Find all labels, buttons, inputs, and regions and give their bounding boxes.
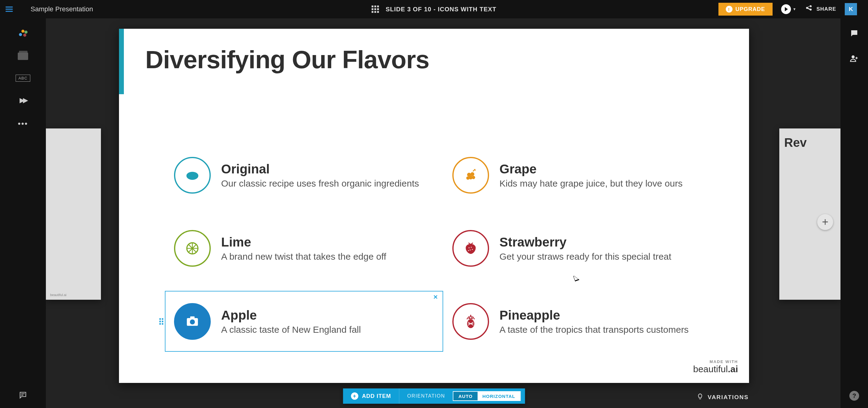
item-title[interactable]: Original [221, 162, 419, 177]
item-grape[interactable]: Grape Kids may hate grape juice, but the… [452, 151, 712, 200]
plus-circle-icon: + [351, 393, 359, 400]
svg-point-6 [466, 177, 470, 180]
watermark-label: MADE WITH [693, 359, 738, 364]
slide-indicator-text: SLIDE 3 OF 10 - ICONS WITH TEXT [386, 6, 496, 13]
orientation-horizontal-option[interactable]: HORIZONTAL [477, 392, 520, 400]
item-apple[interactable]: × Apple A classic taste of New England f… [174, 296, 434, 346]
item-title[interactable]: Lime [221, 235, 386, 250]
slide-watermark: MADE WITH beautiful.ai [693, 359, 738, 374]
item-title[interactable]: Pineapple [499, 308, 689, 323]
right-sidebar: ? [840, 18, 868, 408]
next-slide-preview[interactable]: Rev [779, 128, 840, 300]
item-title[interactable]: Apple [221, 308, 361, 323]
pineapple-icon[interactable] [452, 303, 489, 340]
upgrade-button[interactable]: ! UPGRADE [718, 3, 773, 15]
app-header: Sample Presentation SLIDE 3 OF 10 - ICON… [0, 0, 868, 18]
strawberry-icon[interactable] [452, 230, 489, 267]
user-avatar[interactable]: K [845, 3, 857, 15]
item-title[interactable]: Grape [499, 162, 683, 177]
theme-button[interactable] [0, 29, 46, 38]
hamburger-icon [5, 5, 13, 13]
add-item-button[interactable]: + ADD ITEM [343, 388, 399, 404]
share-icon [805, 5, 813, 14]
lightbulb-icon [697, 393, 704, 401]
item-desc[interactable]: Get your straws ready for this special t… [499, 251, 671, 262]
more-button[interactable]: ••• [0, 119, 46, 128]
svg-point-16 [472, 249, 473, 250]
item-desc[interactable]: Kids may hate grape juice, but they love… [499, 178, 683, 189]
drag-handle-icon[interactable] [159, 318, 163, 324]
present-button[interactable]: ▼ [781, 4, 797, 14]
left-sidebar: ABC ▶▶ ••• [0, 18, 46, 408]
help-button[interactable]: ? [840, 391, 868, 401]
add-slide-button[interactable]: + [817, 214, 833, 230]
share-label: SHARE [816, 6, 836, 12]
main-area: ABC ▶▶ ••• ? beautiful.a [0, 18, 868, 408]
watermark-logo: beautiful.ai [693, 364, 738, 374]
ellipsis-icon: ••• [18, 119, 28, 128]
play-dropdown-caret[interactable]: ▼ [793, 7, 797, 11]
orientation-label: ORIENTATION [399, 388, 453, 404]
accent-bar [119, 29, 124, 94]
abc-icon: ABC [16, 75, 30, 82]
upgrade-badge-icon: ! [726, 6, 733, 12]
share-button[interactable]: SHARE [805, 5, 836, 14]
item-title[interactable]: Strawberry [499, 235, 671, 250]
notes-icon [19, 391, 27, 401]
svg-point-15 [470, 250, 471, 250]
upgrade-label: UPGRADE [736, 6, 765, 12]
add-collaborator-button[interactable] [850, 54, 859, 64]
camera-icon[interactable] [174, 303, 211, 340]
item-desc[interactable]: A brand new twist that takes the edge of… [221, 251, 386, 262]
layout-icon [18, 53, 28, 60]
svg-point-19 [190, 319, 195, 324]
item-pineapple[interactable]: Pineapple A taste of the tropics that tr… [452, 296, 712, 346]
delete-item-button[interactable]: × [433, 293, 438, 301]
item-lime[interactable]: Lime A brand new twist that takes the ed… [174, 224, 434, 274]
color-dots-icon [18, 29, 28, 38]
icon-items-grid: Original Our classic recipe uses fresh o… [174, 151, 712, 346]
svg-point-0 [851, 55, 855, 58]
add-item-label: ADD ITEM [362, 393, 391, 400]
slide-edit-toolbar: + ADD ITEM ORIENTATION AUTO HORIZONTAL [343, 388, 525, 404]
next-slide-title: Rev [784, 136, 836, 150]
variations-label: VARIATIONS [708, 394, 749, 401]
grapes-icon[interactable] [452, 157, 489, 194]
svg-point-13 [469, 247, 469, 248]
hamburger-menu-button[interactable] [0, 0, 18, 18]
previous-slide-preview[interactable]: beautiful.ai [46, 128, 101, 300]
orientation-toggle[interactable]: AUTO HORIZONTAL [453, 391, 521, 401]
svg-point-14 [471, 247, 472, 248]
previous-slide-brand: beautiful.ai [50, 293, 66, 297]
svg-point-4 [470, 172, 474, 176]
text-style-button[interactable]: ABC [0, 75, 46, 82]
item-strawberry[interactable]: Strawberry Get your straws ready for thi… [452, 224, 712, 274]
slide-canvas[interactable]: Diversifying Our Flavors Original Our cl… [119, 29, 749, 383]
item-desc[interactable]: A taste of the tropics that transports c… [499, 324, 689, 335]
svg-point-17 [468, 250, 469, 251]
item-original[interactable]: Original Our classic recipe uses fresh o… [174, 151, 434, 200]
plus-icon: + [822, 216, 828, 228]
header-right-group: ! UPGRADE ▼ SHARE K [718, 3, 868, 15]
item-desc[interactable]: A classic taste of New England fall [221, 324, 361, 335]
comments-button[interactable] [850, 29, 859, 39]
item-desc[interactable]: Our classic recipe uses fresh organic in… [221, 178, 419, 189]
citrus-icon[interactable] [174, 230, 211, 267]
slide-indicator-group[interactable]: SLIDE 3 OF 10 - ICONS WITH TEXT [372, 5, 496, 13]
presentation-title[interactable]: Sample Presentation [31, 5, 93, 13]
lemon-icon[interactable] [174, 157, 211, 194]
orientation-auto-option[interactable]: AUTO [454, 392, 477, 400]
help-icon: ? [849, 391, 859, 401]
layout-button[interactable] [0, 53, 46, 60]
svg-point-7 [472, 176, 475, 179]
add-user-icon [850, 59, 859, 64]
animate-button[interactable]: ▶▶ [0, 96, 46, 104]
fast-forward-icon: ▶▶ [20, 96, 26, 104]
chat-icon [850, 34, 859, 39]
slide-title[interactable]: Diversifying Our Flavors [145, 45, 429, 74]
notes-button[interactable] [0, 391, 46, 401]
variations-button[interactable]: VARIATIONS [697, 393, 749, 401]
svg-rect-20 [190, 316, 195, 319]
slide-grid-icon [372, 5, 379, 13]
play-icon [781, 4, 791, 14]
